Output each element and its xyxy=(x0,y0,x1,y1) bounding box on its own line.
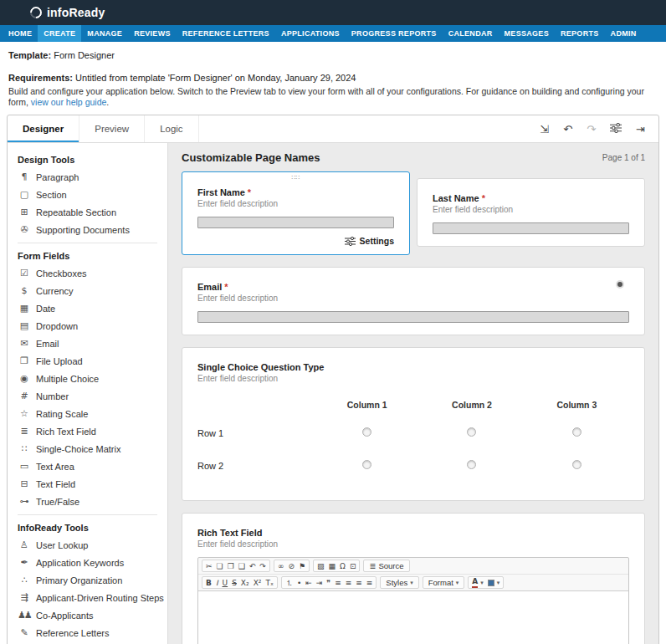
redo-icon[interactable]: ↷ xyxy=(258,560,268,572)
nav-item-calendar[interactable]: CALENDAR xyxy=(443,25,499,42)
align-center-icon[interactable]: ≡ xyxy=(344,577,354,589)
sidebar-item-email[interactable]: ✉Email xyxy=(18,335,157,352)
text-color-button[interactable]: A▾ xyxy=(470,577,484,589)
field-settings-button[interactable]: Settings xyxy=(197,236,394,246)
field-card-last-name[interactable]: Last Name* Enter field description xyxy=(417,178,645,247)
sidebar-item-date[interactable]: ▦Date xyxy=(18,299,157,317)
settings-sliders-icon[interactable] xyxy=(610,123,622,135)
nav-item-messages[interactable]: MESSAGES xyxy=(499,25,555,42)
email-input[interactable] xyxy=(197,311,629,323)
sidebar-item-application-keywords[interactable]: ✒Application Keywords xyxy=(18,554,157,571)
format-dropdown[interactable]: Format▾ xyxy=(425,577,463,589)
bg-color-button[interactable]: ▾ xyxy=(486,577,502,589)
cut-icon[interactable]: ✂ xyxy=(204,560,214,572)
paste-icon[interactable]: ❐ xyxy=(226,560,236,572)
currency-icon: $ xyxy=(18,285,29,296)
undo-icon[interactable]: ↶ xyxy=(563,124,572,135)
nav-item-reference-letters[interactable]: REFERENCE LETTERS xyxy=(177,25,275,42)
nav-item-applications[interactable]: APPLICATIONS xyxy=(275,25,346,42)
sidebar-item-text-field[interactable]: ⊟Text Field xyxy=(18,475,157,493)
blockquote-icon[interactable]: ❞ xyxy=(325,577,332,589)
copy-icon[interactable]: ❏ xyxy=(215,560,225,572)
sidebar-item-dropdown[interactable]: ▤Dropdown xyxy=(18,317,157,335)
matrix-radio-button[interactable] xyxy=(467,460,476,469)
anchor-icon[interactable]: ⚑ xyxy=(297,560,307,572)
subscript-button[interactable]: X₂ xyxy=(239,577,251,589)
tab-preview[interactable]: Preview xyxy=(79,115,145,142)
sidebar-item-checkboxes[interactable]: ☑Checkboxes xyxy=(18,264,157,282)
sidebar-item-applicant-driven-routing-steps[interactable]: ⇶Applicant-Driven Routing Steps xyxy=(18,589,157,606)
sidebar-item-currency[interactable]: $Currency xyxy=(18,282,157,299)
infoready-logo[interactable]: infoReady xyxy=(30,6,105,19)
special-char-icon[interactable]: Ω xyxy=(338,560,347,572)
last-name-input[interactable] xyxy=(433,222,629,234)
field-card-first-name[interactable]: ∷∷ First Name* Enter field description S… xyxy=(182,171,410,255)
collapse-panel-icon[interactable]: ⇥ xyxy=(636,124,645,135)
nav-item-home[interactable]: HOME xyxy=(3,25,38,42)
nav-item-reviews[interactable]: REVIEWS xyxy=(128,25,177,42)
field-card-email[interactable]: Email* Enter field description xyxy=(182,267,645,335)
help-guide-link[interactable]: view our help guide xyxy=(31,97,106,107)
maximize-icon[interactable]: ⊡ xyxy=(348,560,358,572)
field-label-row: Last Name* xyxy=(433,193,629,203)
first-name-input[interactable] xyxy=(197,217,394,228)
superscript-button[interactable]: X² xyxy=(252,577,264,589)
sidebar-item-rich-text-field[interactable]: ≣Rich Text Field xyxy=(18,422,157,440)
nav-item-reports[interactable]: REPORTS xyxy=(555,25,605,42)
nav-item-manage[interactable]: MANAGE xyxy=(81,25,128,42)
align-justify-icon[interactable]: ≡ xyxy=(365,577,375,589)
collapse-icon[interactable]: ⇲ xyxy=(540,124,549,135)
matrix-radio-button[interactable] xyxy=(572,427,581,437)
sidebar-item-supporting-documents[interactable]: ✇Supporting Documents xyxy=(18,221,157,238)
sidebar-item-section[interactable]: ▢Section xyxy=(18,186,157,203)
image-icon[interactable]: ▧ xyxy=(315,560,326,572)
drag-handle-icon[interactable]: ∷∷ xyxy=(197,174,394,183)
indent-icon[interactable]: ⇥ xyxy=(315,577,325,589)
sidebar-item-user-lookup[interactable]: ♙User Lookup xyxy=(18,536,157,554)
align-right-icon[interactable]: ≡ xyxy=(354,577,364,589)
align-left-icon[interactable]: ≡ xyxy=(333,577,343,589)
sidebar-item-paragraph[interactable]: ¶Paragraph xyxy=(18,168,157,186)
field-card-matrix[interactable]: Single Choice Question Type Enter field … xyxy=(182,347,645,501)
numbered-list-icon[interactable]: ⒈ xyxy=(284,577,295,589)
nav-item-create[interactable]: CREATE xyxy=(38,25,81,42)
link-icon[interactable]: ∞ xyxy=(276,560,286,572)
rte-content-area[interactable] xyxy=(198,590,628,644)
sidebar-item-single-choice-matrix[interactable]: ∷Single-Choice Matrix xyxy=(18,440,157,457)
matrix-radio-button[interactable] xyxy=(362,427,371,437)
undo-icon[interactable]: ↶ xyxy=(248,560,258,572)
underline-button[interactable]: U xyxy=(221,577,230,589)
sidebar-item-multiple-choice[interactable]: ◉Multiple Choice xyxy=(18,370,157,387)
tab-logic[interactable]: Logic xyxy=(145,115,199,142)
sidebar-item-file-upload[interactable]: ❐File Upload xyxy=(18,352,157,370)
unlink-icon[interactable]: ⊘ xyxy=(286,560,296,572)
sidebar-item-text-area[interactable]: ▭Text Area xyxy=(18,457,157,475)
redo-icon[interactable]: ↷ xyxy=(587,124,596,135)
matrix-radio-button[interactable] xyxy=(467,427,476,437)
field-card-rich-text[interactable]: Rich Text Field Enter field description … xyxy=(182,513,645,644)
outdent-icon[interactable]: ⇤ xyxy=(304,577,314,589)
paste-text-icon[interactable]: ❑ xyxy=(237,560,247,572)
remove-format-button[interactable]: Tₓ xyxy=(264,577,275,589)
strikethrough-button[interactable]: S xyxy=(230,577,238,589)
table-icon[interactable]: ▦ xyxy=(327,560,338,572)
nav-item-progress-reports[interactable]: PROGRESS REPORTS xyxy=(346,25,443,42)
bulleted-list-icon[interactable]: • xyxy=(295,577,303,589)
sidebar-item-rating-scale[interactable]: ☆Rating Scale xyxy=(18,405,157,422)
sidebar-item-true-false[interactable]: ⊶True/False xyxy=(18,493,157,510)
sidebar-item-label: Primary Organization xyxy=(36,575,122,585)
nav-item-admin[interactable]: ADMIN xyxy=(605,25,643,42)
styles-dropdown[interactable]: Styles▾ xyxy=(382,577,416,589)
sidebar-item-reference-letters[interactable]: ✎Reference Letters xyxy=(18,624,157,641)
italic-button[interactable]: I xyxy=(214,577,220,589)
matrix-radio-button[interactable] xyxy=(572,460,581,469)
bold-button[interactable]: B xyxy=(204,577,213,589)
sidebar-item-number[interactable]: #Number xyxy=(18,387,157,405)
sidebar-item-primary-organization[interactable]: ∴Primary Organization xyxy=(18,571,157,589)
matrix-radio-button[interactable] xyxy=(362,460,371,469)
sidebar-item-co-applicants[interactable]: ♟♟Co-Applicants xyxy=(18,606,157,624)
field-label-row: Rich Text Field xyxy=(197,528,629,538)
source-button[interactable]: ≣Source xyxy=(366,560,407,572)
tab-designer[interactable]: Designer xyxy=(8,115,79,142)
sidebar-item-repeatable-section[interactable]: ⊞Repeatable Section xyxy=(18,203,157,221)
